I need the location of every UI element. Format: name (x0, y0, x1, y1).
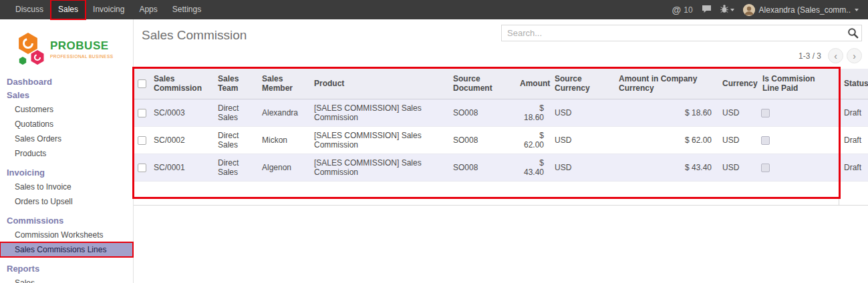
menu-sales[interactable]: Sales (51, 0, 86, 19)
user-menu[interactable]: Alexandra (Sales_comm.. (743, 4, 859, 16)
cell-is-paid (757, 99, 839, 126)
cell-sales-member: Mickon (257, 126, 309, 154)
sidebar-item-commission-worksheets[interactable]: Commission Worksheets (0, 228, 133, 242)
sidebar-heading-sales[interactable]: Sales (0, 89, 133, 102)
cell-source-currency: USD (549, 154, 613, 181)
pager-next-button[interactable]: › (847, 48, 862, 63)
bug-icon (720, 4, 728, 15)
sidebar-item-reports-sales[interactable]: Sales (0, 276, 133, 283)
table-row[interactable]: SC/0002 Direct Sales Mickon [SALES COMMI… (134, 126, 868, 154)
cell-sales-team: Direct Sales (212, 154, 257, 181)
paid-checkbox (761, 109, 770, 117)
menu-discuss[interactable]: Discuss (8, 0, 51, 19)
cell-source-document: SO008 (448, 126, 515, 154)
cell-amount-company-currency: $ 43.40 (613, 154, 717, 181)
messages-button[interactable] (702, 5, 712, 15)
paid-checkbox (761, 136, 770, 145)
row-checkbox[interactable] (138, 136, 146, 145)
cell-status: Draft (839, 126, 868, 154)
select-all-checkbox[interactable] (138, 79, 146, 88)
debug-menu-button[interactable] (720, 4, 734, 15)
menu-settings[interactable]: Settings (165, 0, 208, 19)
cell-status: Draft (839, 154, 868, 181)
sidebar-item-products[interactable]: Products (0, 146, 133, 161)
search-box (501, 25, 862, 41)
cell-product: [SALES COMMISSION] Sales Commission (309, 126, 448, 154)
cell-amount-company-currency: $ 18.60 (613, 99, 717, 126)
pager-range: 1-3 / 3 (799, 51, 821, 61)
sidebar-item-sales-to-invoice[interactable]: Sales to Invoice (0, 180, 133, 194)
cell-sales-team: Direct Sales (212, 126, 257, 154)
cell-currency: USD (717, 99, 757, 126)
row-select-cell[interactable] (134, 126, 148, 154)
sidebar-item-orders-to-upsell[interactable]: Orders to Upsell (0, 194, 133, 209)
col-currency[interactable]: Currency (717, 69, 757, 99)
logo-text: PROBUSE PROFESSIONAL BUSINESS (50, 40, 113, 59)
col-source-currency[interactable]: Source Currency (549, 69, 613, 99)
col-sales-commission[interactable]: Sales Commission (148, 69, 212, 99)
col-sales-team[interactable]: Sales Team (212, 69, 257, 99)
search-button[interactable] (847, 27, 859, 41)
logo-hexagons-icon (15, 30, 47, 69)
table-row[interactable]: SC/0001 Direct Sales Algenon [SALES COMM… (134, 154, 868, 181)
chevron-down-icon (730, 9, 734, 11)
logo-subtitle: PROFESSIONAL BUSINESS (50, 54, 113, 59)
commission-list-view: Sales Commission Sales Team Sales Member… (134, 69, 868, 206)
select-all-cell[interactable] (134, 69, 148, 99)
cell-is-paid (757, 154, 839, 181)
cell-source-document: SO008 (448, 154, 515, 181)
col-sales-member[interactable]: Sales Member (257, 69, 309, 99)
sidebar-group-invoicing: Invoicing Sales to Invoice Orders to Ups… (0, 166, 133, 209)
sidebar-group-commissions: Commissions Commission Worksheets Sales … (0, 214, 133, 257)
table-row[interactable]: SC/0003 Direct Sales Alexandra [SALES CO… (134, 99, 868, 126)
menu-invoicing[interactable]: Invoicing (86, 0, 132, 19)
menu-apps[interactable]: Apps (132, 0, 164, 19)
sidebar-nav: Dashboard Sales Customers Quotations Sal… (0, 75, 133, 283)
col-source-document[interactable]: Source Document (448, 69, 515, 99)
sidebar-item-dashboard[interactable]: Dashboard (0, 75, 133, 89)
cell-sales-member: Alexandra (257, 99, 309, 126)
col-amount[interactable]: Amount (515, 69, 549, 99)
table-header-row: Sales Commission Sales Team Sales Member… (134, 69, 868, 99)
sidebar-item-sales-orders[interactable]: Sales Orders (0, 131, 133, 146)
page-title: Sales Commission (142, 28, 247, 43)
mentions-counter[interactable]: @ 10 (672, 5, 693, 15)
sidebar-item-sales-commissions-lines[interactable]: Sales Commissions Lines (0, 242, 133, 257)
cell-status: Draft (839, 99, 868, 126)
sidebar-group-dashboard: Dashboard (0, 75, 133, 89)
topbar-right: @ 10 (672, 0, 868, 19)
sidebar-group-sales: Sales Customers Quotations Sales Orders … (0, 89, 133, 161)
col-product[interactable]: Product (309, 69, 448, 99)
row-select-cell[interactable] (134, 99, 148, 126)
search-input[interactable] (502, 25, 861, 41)
chat-bubble-icon (702, 5, 712, 15)
row-select-cell[interactable] (134, 154, 148, 181)
sidebar-heading-invoicing[interactable]: Invoicing (0, 166, 133, 180)
pager-prev-button[interactable]: ‹ (828, 48, 843, 63)
paid-checkbox (761, 164, 770, 172)
row-checkbox[interactable] (138, 109, 146, 117)
cell-amount-company-currency: $ 62.00 (613, 126, 717, 154)
cell-amount: $ 62.00 (515, 126, 549, 154)
cell-sales-team: Direct Sales (212, 99, 257, 126)
sidebar-heading-commissions[interactable]: Commissions (0, 214, 133, 228)
sidebar-item-customers[interactable]: Customers (0, 102, 133, 117)
cell-amount: $ 43.40 (515, 154, 549, 181)
cell-product: [SALES COMMISSION] Sales Commission (309, 154, 448, 181)
main-content: Sales Commission 1-3 / 3 ‹ › (134, 19, 868, 283)
sidebar-heading-reports[interactable]: Reports (0, 262, 133, 276)
row-checkbox[interactable] (138, 164, 146, 172)
cell-sales-commission: SC/0003 (148, 99, 212, 126)
cell-source-document: SO008 (448, 99, 515, 126)
cell-source-currency: USD (549, 126, 613, 154)
col-amount-company-currency[interactable]: Amount in Company Currency (613, 69, 717, 99)
sidebar: PROBUSE PROFESSIONAL BUSINESS Dashboard … (0, 19, 134, 283)
cell-source-currency: USD (549, 99, 613, 126)
mention-icon: @ (672, 5, 682, 15)
pager: 1-3 / 3 ‹ › (799, 48, 862, 63)
company-logo: PROBUSE PROFESSIONAL BUSINESS (0, 19, 133, 75)
col-status[interactable]: Status (839, 69, 868, 99)
search-icon (847, 31, 859, 41)
col-is-commission-line-paid[interactable]: Is Commision Line Paid (757, 69, 839, 99)
sidebar-item-quotations[interactable]: Quotations (0, 117, 133, 131)
